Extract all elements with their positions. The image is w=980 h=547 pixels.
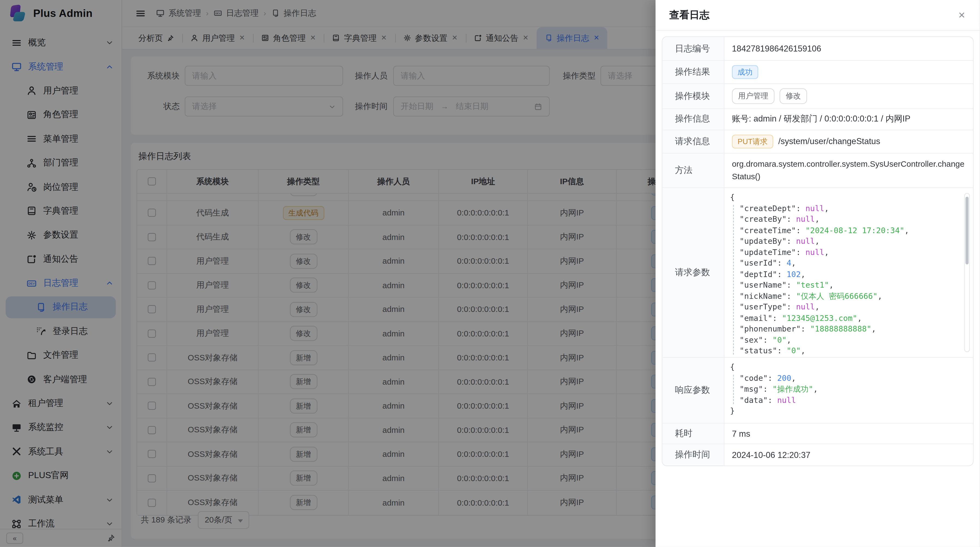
http-method-tag: PUT请求 [732,135,773,148]
code-line: "status": "0", [730,345,909,356]
log-id-value: 1842781986426159106 [724,37,973,60]
view-log-drawer: 查看日志 ✕ 日志编号 1842781986426159106 操作结果 成功 … [655,0,980,547]
operation-time-value: 2024-10-06 12:20:37 [724,444,973,466]
indent-guide [733,205,733,354]
operation-info-value: 账号: admin / 研发部门 / 0:0:0:0:0:0:0:1 / 内网I… [724,109,973,130]
code-line: "createDept": null, [730,203,909,214]
response-params-block: { "code": 200, "msg": "操作成功", "data": nu… [724,358,973,423]
code-line: "msg": "操作成功", [730,384,818,394]
action-tag: 修改 [780,89,807,104]
app-viewport: Plus Admin 概览 系统管理 用户管理 [0,0,980,547]
code-line: "userId": 4, [730,258,909,269]
code-line: "updateTime": null, [730,247,909,257]
detail-label: 耗时 [662,424,724,444]
result-tag: 成功 [732,65,759,79]
code-line: "createTime": "2024-08-12 17:20:34", [730,225,909,236]
code-line: { [730,362,818,372]
detail-label: 请求信息 [662,130,724,153]
detail-label: 操作模块 [662,84,724,108]
code-line: "userType": null, [730,301,909,313]
detail-label: 日志编号 [662,37,724,60]
close-icon[interactable]: ✕ [958,10,966,20]
code-line: "deptId": 102, [730,269,909,279]
code-line: "nickName": "仅本人 密码666666", [730,290,909,301]
code-line: "userName": "test1", [730,279,909,290]
detail-label: 请求参数 [662,188,724,357]
code-line: "email": "12345@1253.com", [730,313,909,323]
code-line: "code": 200, [730,373,818,384]
code-line: "phonenumber": "18888888888", [730,323,909,334]
scrollbar-thumb[interactable] [966,197,969,265]
module-tag: 用户管理 [732,89,775,104]
detail-label: 操作时间 [662,444,724,466]
indent-guide [733,375,733,404]
code-line: "data": null [730,394,818,405]
detail-label: 方法 [662,154,724,187]
drawer-title: 查看日志 [670,8,710,22]
code-line: "updateBy": null, [730,236,909,247]
request-params-block: { "createDept": null, "createBy": null, … [724,188,973,357]
method-value: org.dromara.system.controller.system.Sys… [724,154,973,187]
detail-label: 响应参数 [662,358,724,423]
detail-label: 操作结果 [662,61,724,84]
log-detail-table: 日志编号 1842781986426159106 操作结果 成功 操作模块 用户… [662,36,974,466]
code-line: "createBy": null, [730,214,909,225]
detail-label: 操作信息 [662,109,724,130]
code-line: { [730,192,909,203]
code-line: "sex": "0", [730,334,909,345]
scrollbar-track[interactable] [964,193,970,352]
cost-value: 7 ms [724,424,973,444]
drawer-header: 查看日志 ✕ [655,0,980,31]
code-line: } [730,405,818,416]
request-url-value: /system/user/changeStatus [778,137,880,146]
